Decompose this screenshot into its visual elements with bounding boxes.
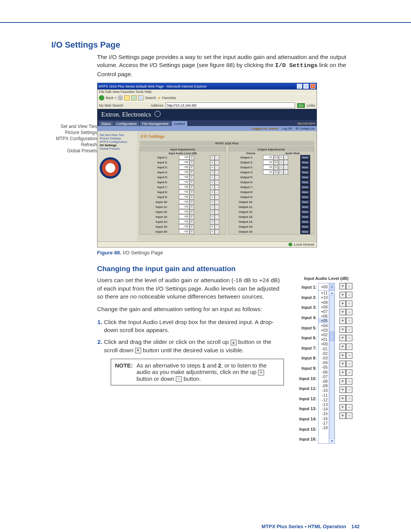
mute-button[interactable]: Mute	[300, 160, 310, 165]
dropdown-option[interactable]: -05	[319, 365, 328, 369]
chevron-down-icon[interactable]: v	[329, 283, 335, 290]
input-level-select[interactable]: +00	[179, 180, 190, 184]
level-plus-button[interactable]: +	[339, 292, 346, 298]
dropdown-option[interactable]: -14	[319, 407, 328, 411]
dropdown-option[interactable]: +00	[319, 342, 328, 346]
volume-minus-button[interactable]: -	[284, 165, 288, 169]
level-plus-button[interactable]: +	[210, 190, 215, 195]
chevron-down-icon[interactable]: v	[274, 165, 278, 170]
side-link-io-settings[interactable]: I/O Settings	[100, 144, 136, 147]
mute-button[interactable]: Mute	[300, 195, 310, 200]
ie-menubar[interactable]: File Edit View Favorites Tools Help	[97, 89, 317, 94]
chevron-down-icon[interactable]: v	[190, 165, 194, 170]
level-minus-button[interactable]: -	[346, 300, 352, 307]
volume-minus-button[interactable]: -	[284, 155, 288, 160]
chevron-down-icon[interactable]: v	[190, 185, 194, 190]
mute-button[interactable]: Mute	[300, 180, 310, 185]
tab-configuration[interactable]: Configuration	[114, 121, 139, 126]
dropdown-option[interactable]: -07	[319, 374, 328, 379]
level-minus-button[interactable]: -	[215, 170, 219, 175]
level-minus-button[interactable]: -	[346, 378, 352, 385]
input-level-select[interactable]: +00	[179, 190, 190, 194]
level-minus-button[interactable]: -	[346, 309, 352, 315]
volume-plus-button[interactable]: +	[279, 160, 284, 165]
level-minus-button[interactable]: -	[215, 165, 219, 170]
level-minus-button[interactable]: -	[346, 292, 352, 298]
mute-button[interactable]: Mute	[300, 175, 310, 180]
chevron-down-icon[interactable]: v	[190, 200, 194, 204]
dropdown-option[interactable]: +11	[319, 291, 328, 295]
level-plus-button[interactable]: +	[339, 335, 346, 341]
level-plus-button[interactable]: +	[210, 210, 215, 214]
dropdown-option[interactable]: -16	[319, 416, 328, 421]
level-plus-button[interactable]: +	[210, 185, 215, 190]
level-minus-button[interactable]: -	[346, 404, 352, 411]
dropdown-option[interactable]: +08	[319, 305, 328, 309]
level-minus-button[interactable]: -	[215, 190, 219, 195]
level-minus-button[interactable]: -	[346, 283, 352, 289]
dropdown-option[interactable]: +09	[319, 300, 328, 305]
level-minus-button[interactable]: -	[215, 185, 219, 190]
scrollbar-thumb[interactable]	[330, 332, 334, 341]
chevron-down-icon[interactable]: v	[274, 160, 278, 165]
side-link-global-presets[interactable]: Global Presets	[100, 147, 136, 150]
scrollbar-track[interactable]	[329, 295, 335, 439]
chevron-down-icon[interactable]: v	[190, 155, 194, 160]
dropdown-option[interactable]: +03	[319, 328, 328, 332]
mute-button[interactable]: Mute	[300, 214, 310, 219]
favorites-label[interactable]: Favorites	[162, 96, 176, 100]
level-plus-button[interactable]: +	[210, 170, 215, 175]
tab-status[interactable]: Status	[99, 121, 113, 126]
input-level-select[interactable]: +00	[179, 209, 190, 214]
dropdown-option[interactable]: -08	[319, 379, 328, 383]
level-minus-button[interactable]: -	[215, 215, 219, 219]
side-link-mtpx-config[interactable]: MTPX Configuration	[100, 140, 136, 144]
level-plus-button[interactable]: +	[339, 369, 346, 376]
chevron-down-icon[interactable]: v	[274, 155, 278, 160]
dropdown-option[interactable]: -02	[319, 351, 328, 356]
level-plus-button[interactable]: +	[339, 378, 346, 385]
chevron-down-icon[interactable]: v	[190, 210, 194, 214]
volume-minus-button[interactable]: -	[284, 160, 288, 165]
level-plus-button[interactable]: +	[210, 230, 215, 234]
input-level-select[interactable]: +00	[179, 170, 190, 174]
chevron-down-icon[interactable]: v	[190, 230, 194, 234]
tab-file-management[interactable]: File Management	[140, 121, 171, 126]
level-minus-button[interactable]: -	[215, 175, 219, 180]
level-minus-button[interactable]: -	[346, 326, 352, 333]
chevron-down-icon[interactable]: v	[190, 175, 194, 180]
input-level-select[interactable]: +00	[179, 229, 190, 234]
output-volume-select[interactable]: 64	[263, 155, 274, 160]
tab-control[interactable]: Control	[172, 121, 187, 126]
dropdown-option[interactable]: +10	[319, 295, 328, 300]
level-minus-button[interactable]: -	[215, 160, 219, 165]
search-label[interactable]: Search	[145, 96, 156, 100]
volume-minus-button[interactable]: -	[284, 170, 288, 174]
dropdown-selected-row[interactable]: +00 v	[319, 283, 335, 291]
scrollbar-up-icon[interactable]: ▴	[331, 291, 333, 295]
level-plus-button[interactable]: +	[339, 412, 346, 419]
mute-button[interactable]: Mute	[300, 170, 310, 175]
input-level-select[interactable]: +00	[179, 219, 190, 224]
level-plus-button[interactable]: +	[339, 404, 346, 411]
side-link-set-view-ties[interactable]: Set and View Ties	[100, 133, 136, 137]
volume-plus-button[interactable]: +	[279, 165, 284, 169]
mute-button[interactable]: Mute	[300, 200, 310, 204]
home-icon[interactable]	[138, 95, 143, 101]
dropdown-option[interactable]: -10	[319, 388, 328, 393]
level-minus-button[interactable]: -	[215, 155, 219, 160]
level-plus-button[interactable]: +	[339, 309, 346, 315]
input-level-select[interactable]: +00	[179, 155, 190, 160]
input-level-select[interactable]: +00	[179, 204, 190, 209]
stop-icon[interactable]	[124, 95, 130, 101]
output-volume-select[interactable]: 64	[263, 165, 274, 169]
input-level-select[interactable]: +00	[179, 165, 190, 169]
level-plus-button[interactable]: +	[210, 200, 215, 204]
volume-plus-button[interactable]: +	[279, 155, 284, 160]
level-minus-button[interactable]: -	[346, 318, 352, 324]
dropdown-option[interactable]: +01	[319, 337, 328, 342]
level-plus-button[interactable]: +	[210, 175, 215, 180]
level-minus-button[interactable]: -	[346, 387, 352, 393]
level-dropdown[interactable]: +00 v +11+10+09+08+07+06+05+04+03+02+01+…	[318, 283, 335, 444]
level-plus-button[interactable]: +	[210, 225, 215, 229]
